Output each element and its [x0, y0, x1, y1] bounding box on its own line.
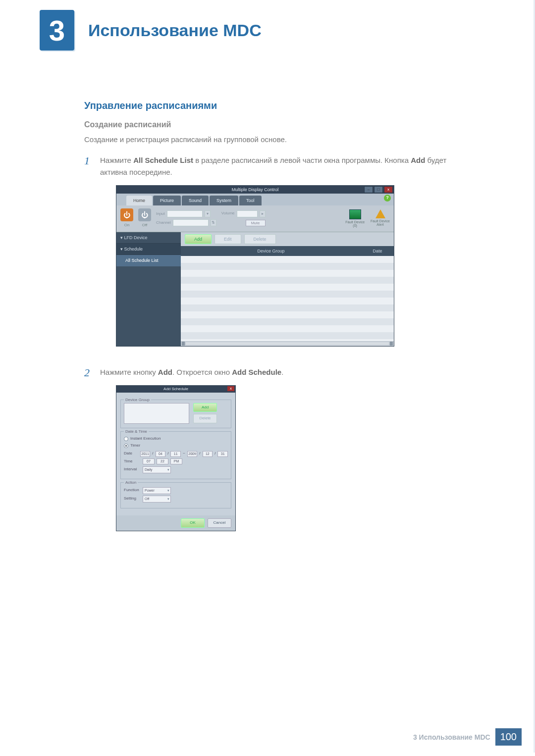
- volume-slider[interactable]: [237, 210, 258, 217]
- chapter-title: Использование MDC: [88, 21, 262, 40]
- interval-label: Interval: [124, 466, 141, 473]
- step-bold: Add Schedule: [232, 368, 281, 376]
- content-area: Управление расписаниями Создание расписа…: [0, 50, 476, 531]
- chapter-number-badge: 3: [40, 10, 74, 50]
- tab-picture[interactable]: Picture: [153, 196, 181, 205]
- scroll-left-icon[interactable]: [182, 342, 185, 346]
- action-button-row: Add Edit Delete: [181, 232, 394, 246]
- scroll-right-icon[interactable]: [390, 342, 393, 346]
- warning-icon[interactable]: [375, 209, 385, 218]
- add-schedule-titlebar: Add Schedule x: [116, 386, 235, 393]
- step-bold: Add: [411, 156, 425, 164]
- close-button[interactable]: x: [227, 386, 234, 391]
- date-month2-stepper[interactable]: 12: [203, 451, 213, 457]
- date-day2-stepper[interactable]: 31: [217, 451, 228, 457]
- mute-button[interactable]: Mute: [246, 220, 266, 226]
- footer-breadcrumb: 3 Использование MDC: [413, 733, 490, 741]
- mdc-titlebar: Multiple Display Control – □ x: [116, 186, 394, 194]
- time-ampm-stepper[interactable]: PM: [170, 458, 182, 464]
- fault-area: Fault Device (0) Fault Device Alert: [345, 209, 390, 228]
- sidebar-item-all-schedule[interactable]: All Schedule List: [116, 255, 181, 266]
- function-label: Function: [124, 487, 141, 494]
- function-select[interactable]: Power: [143, 487, 171, 494]
- date-label: Date: [124, 451, 138, 457]
- chevron-down-icon[interactable]: ▾: [205, 210, 211, 217]
- radio-label: Timer: [130, 443, 140, 449]
- monitor-icon[interactable]: [349, 209, 361, 219]
- intro-paragraph: Создание и регистрация расписаний на гру…: [84, 134, 476, 146]
- power-on-group: ⏻ On: [120, 208, 133, 229]
- tab-system[interactable]: System: [210, 196, 238, 205]
- col-device-group: Device Group: [181, 246, 361, 256]
- interval-row: Interval Daily: [124, 466, 228, 473]
- volume-label: Volume: [221, 210, 235, 217]
- radio-icon: [124, 437, 128, 441]
- step-item: 1 Нажмите All Schedule List в разделе ра…: [84, 154, 476, 359]
- maximize-button[interactable]: □: [374, 186, 383, 193]
- channel-input[interactable]: [173, 219, 209, 226]
- power-off-button[interactable]: ⏻: [138, 208, 151, 221]
- channel-field: Channel ⇅: [156, 219, 216, 226]
- page-footer: 3 Использование MDC 100: [413, 728, 522, 746]
- step-text: Нажмите: [100, 156, 133, 164]
- edit-button[interactable]: Edit: [214, 234, 241, 244]
- scrollbar-track[interactable]: [186, 342, 389, 345]
- add-schedule-footer: OK Cancel: [116, 515, 235, 531]
- fault-alert-group: Fault Device Alert: [371, 209, 390, 228]
- power-on-label: On: [124, 222, 130, 229]
- radio-timer[interactable]: Timer: [124, 443, 228, 449]
- steps-list: 1 Нажмите All Schedule List в разделе ра…: [84, 154, 476, 531]
- horizontal-scrollbar[interactable]: [181, 341, 394, 346]
- date-day1-stepper[interactable]: 11: [170, 451, 181, 457]
- time-hour-stepper[interactable]: 07: [143, 458, 155, 464]
- subsection-heading: Создание расписаний: [84, 120, 476, 129]
- add-schedule-window: Add Schedule x Device Group Add D: [116, 385, 236, 531]
- device-group-list[interactable]: [124, 403, 189, 424]
- date-year1-stepper[interactable]: 2011: [140, 451, 151, 457]
- add-schedule-body: Device Group Add Delete: [116, 393, 235, 515]
- date-row: Date 2011/ 04/ 11 ~ 2009/ 12/ 31: [124, 451, 228, 457]
- sidebar-item-lfd[interactable]: ▾ LFD Device: [116, 232, 181, 244]
- tab-sound[interactable]: Sound: [182, 196, 209, 205]
- function-row: Function Power: [124, 487, 228, 494]
- delete-button[interactable]: Delete: [244, 234, 276, 244]
- step-item: 2 Нажмите кнопку Add. Откроется окно Add…: [84, 366, 476, 531]
- mdc-window: Multiple Display Control – □ x Home Pict…: [116, 185, 394, 347]
- mdc-toolbar: ⏻ On ⏻ Off Input ▾: [116, 205, 394, 232]
- setting-select[interactable]: Off: [143, 496, 171, 503]
- sidebar-item-schedule[interactable]: ▾ Schedule: [116, 244, 181, 255]
- delete-button[interactable]: Delete: [193, 414, 217, 423]
- interval-select[interactable]: Daily: [143, 466, 171, 473]
- add-button[interactable]: Add: [185, 234, 212, 244]
- datetime-fieldset: Date & Time Instant Execution Timer: [120, 431, 231, 479]
- date-month1-stepper[interactable]: 04: [156, 451, 166, 457]
- date-year2-stepper[interactable]: 2009: [187, 451, 198, 457]
- mdc-sidebar: ▾ LFD Device ▾ Schedule All Schedule Lis…: [116, 232, 181, 346]
- fault-device-label: Fault Device (0): [345, 220, 365, 228]
- time-min-stepper[interactable]: 22: [157, 458, 168, 464]
- step-text: .: [281, 368, 283, 376]
- cancel-button[interactable]: Cancel: [208, 518, 231, 528]
- ok-button[interactable]: OK: [181, 518, 205, 528]
- window-control-buttons: – □ x: [364, 186, 393, 193]
- input-dropdown[interactable]: [167, 210, 203, 217]
- time-label: Time: [124, 458, 141, 465]
- fault-device-group: Fault Device (0): [345, 209, 365, 228]
- power-off-group: ⏻ Off: [138, 208, 151, 229]
- tab-tool[interactable]: Tool: [239, 196, 262, 205]
- fault-alert-label: Fault Device Alert: [371, 219, 390, 227]
- power-on-button[interactable]: ⏻: [120, 208, 133, 221]
- spinner-icon[interactable]: ⇅: [211, 219, 216, 226]
- datetime-legend: Date & Time: [124, 429, 149, 435]
- setting-row: Setting Off: [124, 496, 228, 503]
- minimize-button[interactable]: –: [364, 186, 373, 193]
- step-number: 2: [84, 366, 100, 531]
- help-button[interactable]: ?: [384, 195, 391, 202]
- tab-home[interactable]: Home: [126, 196, 152, 205]
- device-group-fieldset: Device Group Add Delete: [120, 400, 231, 428]
- schedule-grid: [181, 256, 394, 341]
- add-button[interactable]: Add: [193, 403, 217, 412]
- add-schedule-title: Add Schedule: [163, 387, 188, 391]
- close-button[interactable]: x: [384, 186, 393, 193]
- radio-instant-execution[interactable]: Instant Execution: [124, 436, 228, 442]
